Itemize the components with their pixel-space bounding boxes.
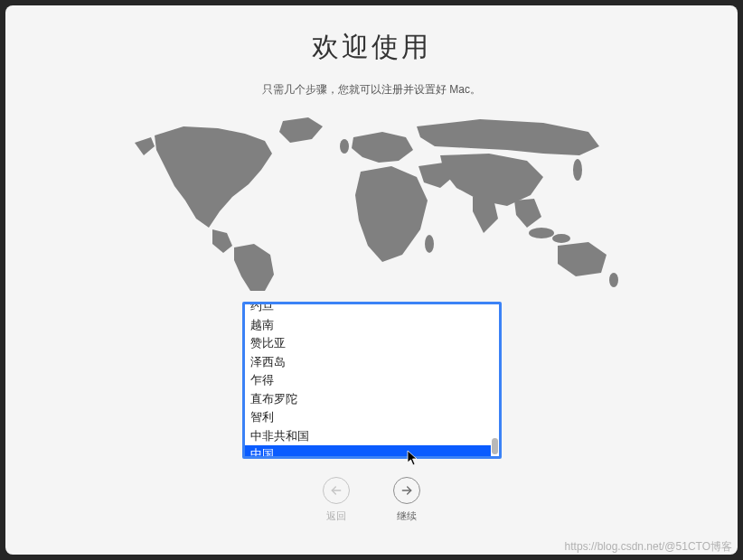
country-option[interactable]: 乍得 xyxy=(245,371,491,390)
page-subtitle: 只需几个步骤，您就可以注册并设置好 Mac。 xyxy=(262,82,481,98)
scrollbar-thumb[interactable] xyxy=(492,438,498,454)
listbox-scrollbar[interactable] xyxy=(491,304,499,456)
world-map-graphic xyxy=(118,110,625,291)
country-option[interactable]: 赞比亚 xyxy=(245,334,491,353)
country-option[interactable]: 中国 xyxy=(245,445,491,456)
arrow-right-icon xyxy=(393,477,420,504)
country-listbox[interactable]: 约旦越南赞比亚泽西岛乍得直布罗陀智利中非共和国中国 xyxy=(242,302,502,459)
country-option[interactable]: 中非共和国 xyxy=(245,427,491,446)
svg-point-2 xyxy=(573,159,582,181)
setup-window: 欢迎使用 只需几个步骤，您就可以注册并设置好 Mac。 xyxy=(5,5,738,555)
page-title: 欢迎使用 xyxy=(312,29,431,66)
svg-point-0 xyxy=(529,228,554,238)
svg-point-3 xyxy=(340,139,349,154)
country-option[interactable]: 智利 xyxy=(245,408,491,427)
svg-point-5 xyxy=(609,273,618,287)
nav-buttons: 返回 继续 xyxy=(323,477,420,523)
country-option[interactable]: 泽西岛 xyxy=(245,353,491,372)
svg-point-4 xyxy=(425,235,434,253)
arrow-left-icon xyxy=(323,477,350,504)
country-option[interactable]: 直布罗陀 xyxy=(245,390,491,409)
continue-button[interactable]: 继续 xyxy=(393,477,420,523)
back-button: 返回 xyxy=(323,477,350,523)
country-option[interactable]: 越南 xyxy=(245,316,491,335)
continue-label: 继续 xyxy=(397,509,417,523)
country-option[interactable]: 约旦 xyxy=(245,304,491,316)
back-label: 返回 xyxy=(326,509,346,523)
svg-point-1 xyxy=(552,234,570,243)
